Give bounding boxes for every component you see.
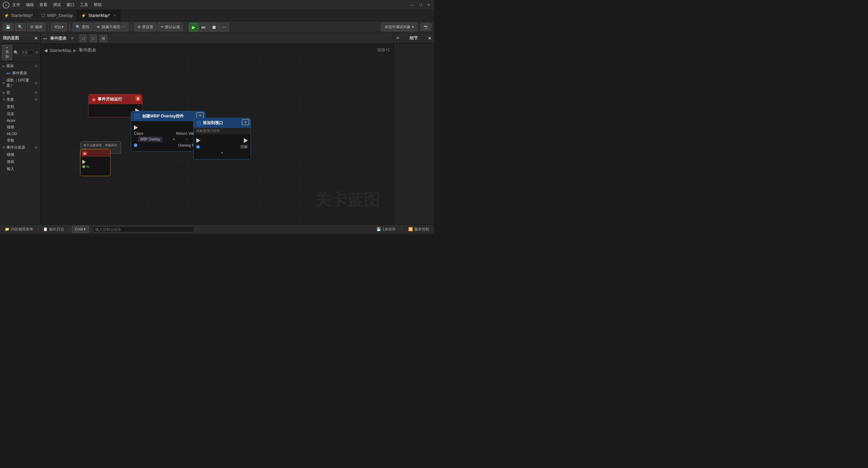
tree-event-graph[interactable]: ▸▸ 事件图表 bbox=[0, 70, 40, 77]
cmd-dropdown[interactable]: Cmd ▾ bbox=[72, 226, 89, 233]
minimize-button[interactable]: — bbox=[410, 2, 415, 8]
menu-file[interactable]: 文件 bbox=[12, 2, 20, 8]
tree-render[interactable]: 渲染 bbox=[0, 110, 40, 117]
tree-disp-game[interactable]: 游戏 bbox=[0, 158, 40, 165]
add-to-viewport-title: 添加到视口 bbox=[203, 120, 223, 126]
blueprint-canvas[interactable]: ◀ StarterMap ▶ 事件图表 缩放+1 ◆ 事件开始运行 bbox=[41, 44, 393, 224]
find-button[interactable]: 🔍 查找 bbox=[73, 23, 92, 31]
tab-wbp-overlay[interactable]: ☐ WBP_Overlay bbox=[37, 10, 77, 21]
class-settings-button[interactable]: ⚙ 类设置 bbox=[134, 23, 156, 31]
diff-button[interactable]: 对比▾ bbox=[51, 23, 67, 31]
exec-out-pin bbox=[244, 138, 248, 143]
search-icon-small[interactable]: ○ bbox=[186, 137, 188, 141]
search-input[interactable] bbox=[20, 50, 34, 55]
diff-label: 对比▾ bbox=[54, 24, 64, 30]
add-macro-icon[interactable]: ⊕ bbox=[35, 90, 38, 95]
target-row: 目标 bbox=[196, 144, 248, 149]
save-icon: 💾 bbox=[6, 25, 11, 29]
panel-close-icon[interactable]: ✕ bbox=[71, 36, 74, 41]
camera-button[interactable]: 📷 bbox=[420, 23, 431, 31]
class-return-row: Class Return Value bbox=[134, 131, 202, 135]
maximize-button[interactable]: ☐ bbox=[418, 2, 423, 8]
toolbar: 💾 🔍 ⚙ 编译 对比▾ 🔍 查找 👁 隐藏不相关 ⋯ ⚙ 类设置 ✏ 默认认值… bbox=[0, 21, 434, 33]
class-value-row: WBP Overlay ▾ ○ 🔍 bbox=[134, 137, 202, 142]
tree-actor[interactable]: Actor bbox=[0, 117, 40, 124]
tree-collision[interactable]: 碰撞 bbox=[0, 124, 40, 131]
add-to-viewport-node[interactable]: f 添加到视口 🖥 目标是用户控件 bbox=[193, 118, 251, 160]
left-panel: 我的蓝图 ✕ + 添加 🔍 ⚙ ▶ 图表 ⊕ ▸▸ 事件图表 ▶ 函数（19可覆… bbox=[0, 33, 41, 224]
dropdown-icon: ▾ bbox=[412, 25, 414, 29]
add-button[interactable]: + 添加 bbox=[2, 45, 12, 60]
debug-target-selector[interactable]: 未选中调试对象 ▾ bbox=[381, 23, 418, 31]
more-debug-button[interactable]: ⋯ bbox=[219, 23, 229, 32]
tab-close-icon[interactable]: ✕ bbox=[113, 14, 116, 17]
tab-icon: ⚡ bbox=[4, 13, 9, 18]
hide-unrelated-button[interactable]: 👁 隐藏不相关 ⋯ bbox=[94, 23, 129, 31]
output-log-button[interactable]: 📋 输出日志 bbox=[41, 226, 66, 232]
default-values-button[interactable]: ✏ 默认认值 bbox=[158, 23, 183, 31]
settings-icon: ⚙ bbox=[137, 25, 141, 29]
tree-copy[interactable]: 复制 bbox=[0, 103, 40, 110]
tab-startermap2[interactable]: ⚡ StarterMap* ✕ bbox=[77, 10, 120, 21]
owning-player-row: Owning Player bbox=[134, 143, 202, 147]
content-browser-button[interactable]: 📁 内容侧滑菜单 bbox=[3, 226, 35, 232]
settings-icon[interactable]: ⚙ bbox=[35, 50, 38, 55]
menu-view[interactable]: 查看 bbox=[39, 2, 47, 8]
menu-debug[interactable]: 调试 bbox=[53, 2, 61, 8]
stop-button[interactable]: ⏹ bbox=[209, 23, 219, 32]
menu-help[interactable]: 帮助 bbox=[94, 2, 102, 8]
unsaved-count[interactable]: 💾 1未保存 bbox=[374, 226, 398, 232]
tree-hlod[interactable]: HLOD bbox=[0, 131, 40, 137]
separator2 bbox=[70, 24, 70, 31]
class-label: Class bbox=[134, 131, 143, 135]
tree-variables[interactable]: ▶ 变量 ⊕ bbox=[0, 96, 40, 103]
console-input[interactable] bbox=[93, 226, 195, 232]
expand-icon[interactable]: ▾ bbox=[221, 151, 223, 155]
add-function-icon[interactable]: ⊕ bbox=[35, 81, 38, 85]
search-icon: 🔍 bbox=[14, 50, 19, 55]
compile-button[interactable]: ⚙ 编译 bbox=[27, 23, 45, 31]
small-exec-pin bbox=[82, 160, 86, 164]
functions-label: 函数（19可覆盖） bbox=[6, 78, 35, 88]
tree-disp-collision[interactable]: 碰撞 bbox=[0, 151, 40, 158]
details-close-icon[interactable]: ✕ bbox=[428, 36, 431, 41]
step-over-button[interactable]: ⏭ bbox=[199, 23, 209, 32]
tree-macros[interactable]: ▶ 宏 ⊕ bbox=[0, 89, 40, 96]
browse-icon: 🔍 bbox=[18, 25, 23, 29]
add-graph-icon[interactable]: ⊕ bbox=[35, 64, 38, 68]
close-button[interactable]: ✕ bbox=[426, 2, 431, 8]
menu-tools[interactable]: 工具 bbox=[80, 2, 88, 8]
disp-collision-label: 碰撞 bbox=[7, 152, 14, 157]
tab-startermap1[interactable]: ⚡ StarterMap* bbox=[0, 10, 37, 21]
add-dispatcher-icon[interactable]: ⊕ bbox=[35, 145, 38, 150]
tree-functions[interactable]: ▶ 函数（19可覆盖） ⊕ bbox=[0, 77, 40, 89]
breadcrumb-home: StarterMap bbox=[50, 48, 71, 53]
tree-section: ▶ 图表 ⊕ ▸▸ 事件图表 ▶ 函数（19可覆盖） ⊕ ▶ 宏 ⊕ ▶ 变量 bbox=[0, 62, 40, 173]
add-variable-icon[interactable]: ⊕ bbox=[35, 97, 38, 102]
owning-pin bbox=[134, 144, 137, 147]
event-start-title: 事件开始运行 bbox=[98, 96, 122, 102]
variables-label: 变量 bbox=[6, 97, 14, 102]
event-graph-icon: ▸▸ bbox=[7, 71, 11, 75]
save-button[interactable]: 💾 bbox=[3, 23, 14, 31]
node-close-btn[interactable]: ▣ bbox=[135, 96, 141, 101]
tree-graph[interactable]: ▶ 图表 ⊕ bbox=[0, 62, 40, 70]
browse-button[interactable]: 🔍 bbox=[15, 23, 26, 31]
menu-edit[interactable]: 编辑 bbox=[26, 2, 34, 8]
close-panel-icon[interactable]: ✕ bbox=[34, 36, 38, 41]
add-to-viewport-header: f 添加到视口 🖥 bbox=[194, 118, 251, 128]
menu-window[interactable]: 窗口 bbox=[66, 2, 75, 8]
nav-back-button[interactable]: ◁ bbox=[79, 35, 87, 42]
grid-view-button[interactable]: ⊞ bbox=[100, 35, 107, 42]
nav-fwd-button[interactable]: ▷ bbox=[90, 35, 97, 42]
search-icon: 🔍 bbox=[76, 25, 80, 29]
exec-in-pin bbox=[134, 125, 138, 130]
dropdown-icon[interactable]: ▾ bbox=[173, 137, 175, 142]
small-node[interactable]: ▣ ds bbox=[80, 149, 111, 176]
source-control-button[interactable]: 🔀 版本控制 bbox=[406, 226, 431, 232]
back-arrow[interactable]: ◀ bbox=[44, 48, 47, 53]
tree-transform[interactable]: 变换 bbox=[0, 137, 40, 144]
play-button[interactable]: ▶ bbox=[189, 23, 198, 32]
tree-disp-input[interactable]: 输入 bbox=[0, 165, 40, 172]
tree-event-dispatchers[interactable]: ▶ 事件分发器 ⊕ bbox=[0, 144, 40, 151]
